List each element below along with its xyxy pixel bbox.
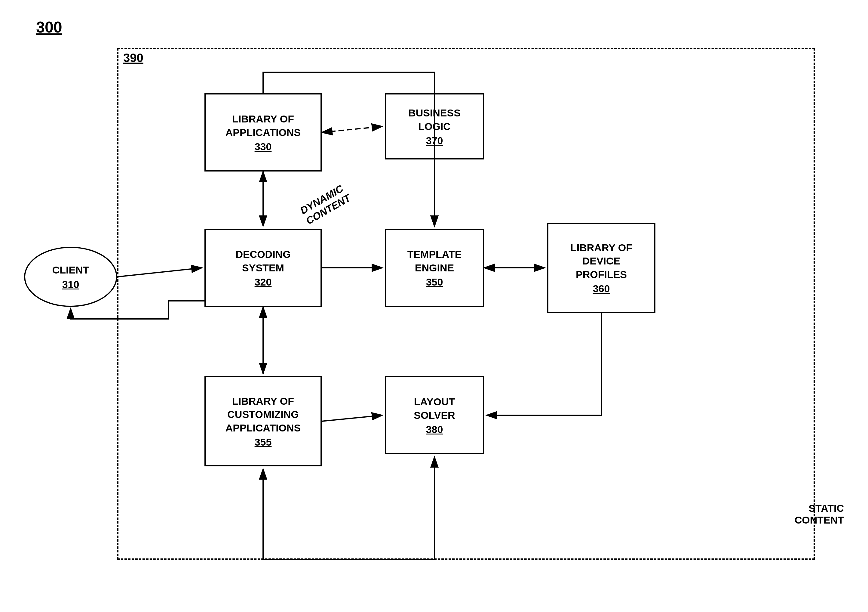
business-logic-node: BUSINESSLOGIC 370 (385, 93, 484, 160)
library-custom-node: LIBRARY OFCUSTOMIZINGAPPLICATIONS 355 (205, 376, 322, 466)
library-custom-label: LIBRARY OFCUSTOMIZINGAPPLICATIONS (225, 395, 301, 435)
template-engine-node: TEMPLATEENGINE 350 (385, 229, 484, 307)
layout-solver-label: LAYOUTSOLVER (414, 395, 455, 421)
client-number: 310 (62, 279, 79, 290)
client-label: CLIENT (52, 263, 89, 276)
business-logic-label: BUSINESSLOGIC (408, 106, 460, 133)
diagram: 300 390 CLIENT 310 LIBRARY OFAPPLICATION… (0, 0, 868, 612)
library-custom-number: 355 (255, 436, 272, 448)
layout-solver-number: 380 (426, 424, 443, 435)
template-engine-label: TEMPLATEENGINE (408, 248, 462, 274)
template-engine-number: 350 (426, 276, 443, 288)
client-node: CLIENT 310 (24, 247, 117, 307)
business-logic-number: 370 (426, 135, 443, 146)
layout-solver-node: LAYOUTSOLVER 380 (385, 376, 484, 454)
library-apps-label: LIBRARY OFAPPLICATIONS (225, 112, 301, 139)
static-content-label: STATICCONTENT (795, 502, 844, 526)
decoding-system-node: DECODINGSYSTEM 320 (205, 229, 322, 307)
library-device-number: 360 (593, 283, 610, 295)
library-device-label: LIBRARY OFDEVICEPROFILES (570, 241, 632, 281)
outer-box-label: 390 (123, 51, 143, 65)
decoding-system-label: DECODINGSYSTEM (236, 248, 290, 274)
decoding-system-number: 320 (255, 276, 272, 288)
library-apps-number: 330 (255, 141, 272, 152)
main-title: 300 (36, 18, 62, 36)
library-device-node: LIBRARY OFDEVICEPROFILES 360 (547, 223, 656, 313)
library-apps-node: LIBRARY OFAPPLICATIONS 330 (205, 93, 322, 171)
